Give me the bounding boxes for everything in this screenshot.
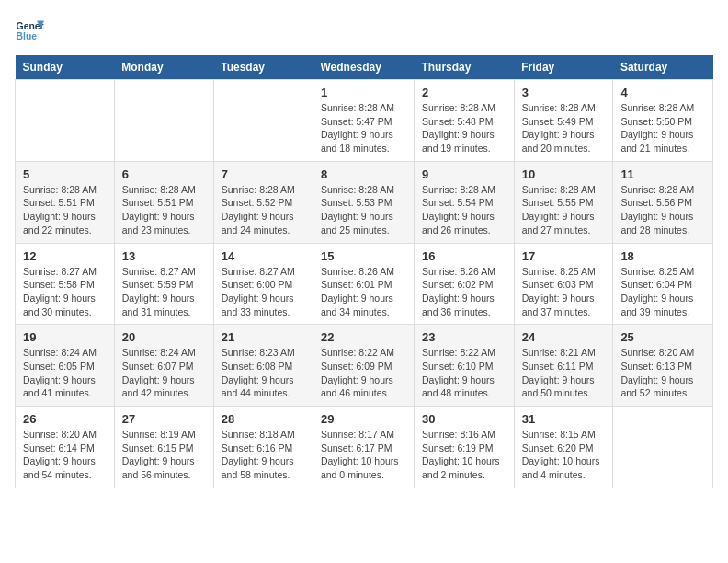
calendar-cell: 30Sunrise: 8:16 AM Sunset: 6:19 PM Dayli… <box>414 407 514 488</box>
week-row-5: 26Sunrise: 8:20 AM Sunset: 6:14 PM Dayli… <box>16 407 713 488</box>
day-info: Sunrise: 8:28 AM Sunset: 5:56 PM Dayligh… <box>620 183 705 237</box>
day-info: Sunrise: 8:20 AM Sunset: 6:14 PM Dayligh… <box>23 428 107 482</box>
calendar-cell: 26Sunrise: 8:20 AM Sunset: 6:14 PM Dayli… <box>16 407 115 488</box>
day-info: Sunrise: 8:27 AM Sunset: 6:00 PM Dayligh… <box>222 265 305 319</box>
logo: General Blue <box>15 15 48 44</box>
day-info: Sunrise: 8:24 AM Sunset: 6:07 PM Dayligh… <box>122 346 206 400</box>
calendar-cell: 31Sunrise: 8:15 AM Sunset: 6:20 PM Dayli… <box>514 407 613 488</box>
day-info: Sunrise: 8:27 AM Sunset: 5:59 PM Dayligh… <box>122 265 206 319</box>
day-number: 17 <box>522 249 606 263</box>
day-info: Sunrise: 8:28 AM Sunset: 5:51 PM Dayligh… <box>23 183 107 237</box>
calendar-cell <box>613 407 713 488</box>
day-info: Sunrise: 8:24 AM Sunset: 6:05 PM Dayligh… <box>23 346 107 400</box>
day-info: Sunrise: 8:16 AM Sunset: 6:19 PM Dayligh… <box>422 428 506 482</box>
weekday-header-thursday: Thursday <box>414 55 514 80</box>
day-number: 16 <box>422 249 506 263</box>
calendar-cell: 23Sunrise: 8:22 AM Sunset: 6:10 PM Dayli… <box>414 325 514 407</box>
calendar-cell <box>16 80 115 162</box>
logo-icon: General Blue <box>15 15 44 44</box>
day-number: 6 <box>122 167 206 181</box>
day-number: 10 <box>522 167 606 181</box>
page-header: General Blue <box>15 15 713 44</box>
calendar-cell: 19Sunrise: 8:24 AM Sunset: 6:05 PM Dayli… <box>16 325 115 407</box>
day-info: Sunrise: 8:23 AM Sunset: 6:08 PM Dayligh… <box>222 346 305 400</box>
calendar-cell: 18Sunrise: 8:25 AM Sunset: 6:04 PM Dayli… <box>613 243 713 325</box>
day-number: 7 <box>222 167 305 181</box>
day-info: Sunrise: 8:22 AM Sunset: 6:09 PM Dayligh… <box>321 346 406 400</box>
day-info: Sunrise: 8:26 AM Sunset: 6:01 PM Dayligh… <box>321 265 406 319</box>
day-number: 11 <box>620 167 705 181</box>
calendar-cell: 22Sunrise: 8:22 AM Sunset: 6:09 PM Dayli… <box>313 325 414 407</box>
day-number: 29 <box>321 412 406 426</box>
day-number: 2 <box>422 86 506 99</box>
day-number: 8 <box>321 167 406 181</box>
calendar-cell <box>213 80 313 162</box>
day-number: 23 <box>422 330 506 344</box>
calendar-cell: 24Sunrise: 8:21 AM Sunset: 6:11 PM Dayli… <box>514 325 613 407</box>
weekday-header-wednesday: Wednesday <box>313 55 414 80</box>
day-info: Sunrise: 8:28 AM Sunset: 5:53 PM Dayligh… <box>321 183 406 237</box>
week-row-2: 5Sunrise: 8:28 AM Sunset: 5:51 PM Daylig… <box>16 161 713 243</box>
day-info: Sunrise: 8:20 AM Sunset: 6:13 PM Dayligh… <box>620 346 705 400</box>
day-number: 27 <box>122 412 206 426</box>
day-number: 20 <box>122 330 206 344</box>
day-info: Sunrise: 8:27 AM Sunset: 5:58 PM Dayligh… <box>23 265 107 319</box>
day-info: Sunrise: 8:28 AM Sunset: 5:54 PM Dayligh… <box>422 183 506 237</box>
day-info: Sunrise: 8:28 AM Sunset: 5:51 PM Dayligh… <box>122 183 206 237</box>
day-info: Sunrise: 8:28 AM Sunset: 5:48 PM Dayligh… <box>422 101 506 155</box>
calendar-cell: 15Sunrise: 8:26 AM Sunset: 6:01 PM Dayli… <box>313 243 414 325</box>
week-row-4: 19Sunrise: 8:24 AM Sunset: 6:05 PM Dayli… <box>16 325 713 407</box>
calendar-cell: 14Sunrise: 8:27 AM Sunset: 6:00 PM Dayli… <box>213 243 313 325</box>
day-number: 19 <box>23 330 107 344</box>
day-info: Sunrise: 8:21 AM Sunset: 6:11 PM Dayligh… <box>522 346 606 400</box>
day-info: Sunrise: 8:18 AM Sunset: 6:16 PM Dayligh… <box>222 428 305 482</box>
calendar-cell: 10Sunrise: 8:28 AM Sunset: 5:55 PM Dayli… <box>514 161 613 243</box>
day-info: Sunrise: 8:15 AM Sunset: 6:20 PM Dayligh… <box>522 428 606 482</box>
calendar-cell: 3Sunrise: 8:28 AM Sunset: 5:49 PM Daylig… <box>514 80 613 162</box>
calendar-cell: 12Sunrise: 8:27 AM Sunset: 5:58 PM Dayli… <box>16 243 115 325</box>
day-number: 14 <box>222 249 305 263</box>
day-number: 24 <box>522 330 606 344</box>
day-number: 21 <box>222 330 305 344</box>
weekday-header-sunday: Sunday <box>16 55 115 80</box>
svg-text:Blue: Blue <box>17 31 38 41</box>
day-number: 30 <box>422 412 506 426</box>
day-info: Sunrise: 8:22 AM Sunset: 6:10 PM Dayligh… <box>422 346 506 400</box>
day-info: Sunrise: 8:19 AM Sunset: 6:15 PM Dayligh… <box>122 428 206 482</box>
calendar-cell: 7Sunrise: 8:28 AM Sunset: 5:52 PM Daylig… <box>213 161 313 243</box>
day-number: 22 <box>321 330 406 344</box>
day-number: 5 <box>23 167 107 181</box>
week-row-3: 12Sunrise: 8:27 AM Sunset: 5:58 PM Dayli… <box>16 243 713 325</box>
day-info: Sunrise: 8:28 AM Sunset: 5:47 PM Dayligh… <box>321 101 406 155</box>
calendar-cell: 16Sunrise: 8:26 AM Sunset: 6:02 PM Dayli… <box>414 243 514 325</box>
day-info: Sunrise: 8:26 AM Sunset: 6:02 PM Dayligh… <box>422 265 506 319</box>
calendar-cell <box>114 80 213 162</box>
day-number: 31 <box>522 412 606 426</box>
calendar-cell: 21Sunrise: 8:23 AM Sunset: 6:08 PM Dayli… <box>213 325 313 407</box>
calendar-cell: 6Sunrise: 8:28 AM Sunset: 5:51 PM Daylig… <box>114 161 213 243</box>
day-info: Sunrise: 8:28 AM Sunset: 5:52 PM Dayligh… <box>222 183 305 237</box>
day-info: Sunrise: 8:25 AM Sunset: 6:03 PM Dayligh… <box>522 265 606 319</box>
calendar-cell: 13Sunrise: 8:27 AM Sunset: 5:59 PM Dayli… <box>114 243 213 325</box>
weekday-header-row: SundayMondayTuesdayWednesdayThursdayFrid… <box>16 55 713 80</box>
calendar-cell: 17Sunrise: 8:25 AM Sunset: 6:03 PM Dayli… <box>514 243 613 325</box>
day-number: 3 <box>522 86 606 99</box>
calendar-cell: 29Sunrise: 8:17 AM Sunset: 6:17 PM Dayli… <box>313 407 414 488</box>
day-number: 4 <box>620 86 705 99</box>
weekday-header-friday: Friday <box>514 55 613 80</box>
day-number: 15 <box>321 249 406 263</box>
day-number: 25 <box>620 330 705 344</box>
day-number: 28 <box>222 412 305 426</box>
day-number: 1 <box>321 86 406 99</box>
day-info: Sunrise: 8:28 AM Sunset: 5:55 PM Dayligh… <box>522 183 606 237</box>
calendar-table: SundayMondayTuesdayWednesdayThursdayFrid… <box>15 55 713 488</box>
day-number: 18 <box>620 249 705 263</box>
calendar-cell: 27Sunrise: 8:19 AM Sunset: 6:15 PM Dayli… <box>114 407 213 488</box>
calendar-cell: 5Sunrise: 8:28 AM Sunset: 5:51 PM Daylig… <box>16 161 115 243</box>
weekday-header-tuesday: Tuesday <box>213 55 313 80</box>
weekday-header-saturday: Saturday <box>613 55 713 80</box>
day-number: 9 <box>422 167 506 181</box>
day-info: Sunrise: 8:28 AM Sunset: 5:49 PM Dayligh… <box>522 101 606 155</box>
calendar-cell: 4Sunrise: 8:28 AM Sunset: 5:50 PM Daylig… <box>613 80 713 162</box>
day-info: Sunrise: 8:28 AM Sunset: 5:50 PM Dayligh… <box>620 101 705 155</box>
